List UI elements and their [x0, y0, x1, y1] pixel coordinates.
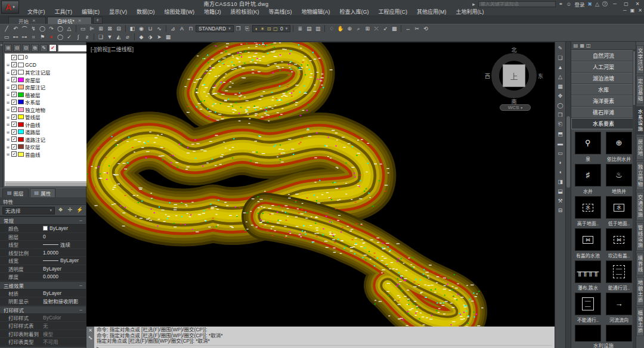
tool-icon[interactable]: ◯: [56, 25, 64, 33]
tool-icon[interactable]: ≣: [296, 25, 304, 33]
file-tab[interactable]: 开始✕: [8, 17, 46, 24]
side-tab-独立地物[interactable]: 独立地物: [636, 161, 644, 190]
tool-icon[interactable]: ◧: [128, 25, 137, 33]
tool-icon[interactable]: ⊠: [106, 25, 114, 33]
tool-icon[interactable]: ⊟: [114, 25, 123, 33]
side-tab-交通设施[interactable]: 交通设施: [636, 192, 644, 220]
category-海洋要素[interactable]: 海洋要素: [571, 95, 636, 107]
tool-icon[interactable]: ⊕: [345, 25, 354, 33]
side-tool-icon[interactable]: ❏: [556, 53, 565, 62]
side-tab-水系设施[interactable]: 水系设施: [636, 106, 644, 135]
layer-checkbox[interactable]: ✓: [11, 85, 17, 90]
property-row[interactable]: 材质ByLayer: [0, 290, 86, 298]
tool-icon[interactable]: ⌀: [123, 33, 132, 41]
menu-item-5[interactable]: 绘图处理(W): [160, 8, 200, 15]
layer-color-swatch[interactable]: [18, 152, 24, 157]
tool-icon[interactable]: ⌗: [29, 33, 38, 41]
layer-filter-icon[interactable]: ⊟: [13, 44, 21, 52]
alert-triangle-icon[interactable]: △: [595, 1, 599, 7]
layer-color-swatch[interactable]: [18, 144, 24, 149]
tool-icon[interactable]: ◆: [137, 33, 145, 41]
side-tool-icon[interactable]: ▦: [556, 82, 565, 91]
property-row[interactable]: 图层0: [0, 233, 86, 241]
property-value[interactable]: ByLayer: [43, 290, 86, 296]
view-detail-icon[interactable]: ◫: [586, 43, 591, 48]
property-value[interactable]: 1.0000: [43, 250, 86, 256]
layer-color-swatch[interactable]: [18, 100, 24, 104]
view-list-icon[interactable]: ▤: [574, 43, 578, 48]
tool-icon[interactable]: ╱: [2, 25, 11, 33]
collapse-icon[interactable]: –: [79, 282, 82, 288]
tool-icon[interactable]: ▩: [390, 25, 398, 33]
symbol-item[interactable]: ┄┄ ┄┄能通行沼..: [605, 260, 633, 291]
tool-icon[interactable]: ▦: [164, 33, 172, 41]
side-tab-文字注记[interactable]: 文字注记: [636, 45, 644, 74]
menu-item-8[interactable]: 等高线(S): [264, 8, 297, 15]
property-row[interactable]: 线宽ByLayer: [0, 257, 86, 265]
property-value[interactable]: ByLayer: [43, 257, 86, 263]
category-礁石岸滩[interactable]: 礁石岸滩: [571, 107, 636, 118]
viewcube-east[interactable]: 东: [538, 72, 543, 80]
property-row[interactable]: 打印表附着到模型: [0, 330, 86, 338]
tool-icon[interactable]: ⤫: [372, 25, 380, 33]
tool-icon[interactable]: ➤: [155, 33, 163, 41]
layer-color-swatch[interactable]: [18, 129, 24, 134]
side-tool-icon[interactable]: ✎: [556, 44, 565, 52]
close-tab-icon[interactable]: ✕: [32, 18, 36, 23]
side-tool-icon[interactable]: △: [556, 72, 565, 81]
tool-icon[interactable]: △: [65, 25, 73, 33]
property-value[interactable]: 0.0000: [43, 274, 86, 279]
panel-tab-属性[interactable]: ▤属性: [30, 188, 56, 198]
symbol-item[interactable]: ♨地热井: [605, 164, 633, 194]
symbol-tile[interactable]: ♯: [575, 164, 601, 187]
side-tab-定位基础[interactable]: 定位基础: [636, 76, 644, 104]
tool-icon[interactable]: ⟲: [422, 25, 430, 33]
binoculars-icon[interactable]: ⚭: [559, 1, 564, 7]
layer-copy-icon[interactable]: ⧉: [31, 44, 39, 52]
symbol-tile[interactable]: ⋈: [575, 228, 601, 251]
symbol-tile[interactable]: ┄┄ ┄┄: [606, 260, 632, 283]
tool-icon[interactable]: ⌕: [354, 25, 363, 33]
layer-checkbox[interactable]: ✓: [11, 100, 17, 105]
doc-restore-button[interactable]: ▣: [630, 8, 635, 13]
side-tab-境界线[interactable]: 境界线: [636, 253, 644, 276]
tool-icon[interactable]: ↷: [47, 25, 55, 33]
property-row[interactable]: 阴影显示投射和接收阴影: [0, 297, 86, 306]
toggle-pickadd-icon[interactable]: ❖: [57, 207, 64, 215]
side-tab-居民地[interactable]: 居民地: [636, 136, 644, 160]
tree-expand-icon[interactable]: ⊞: [6, 100, 10, 104]
layer-checkbox[interactable]: ✓: [11, 107, 17, 112]
tool-icon[interactable]: ▭: [79, 25, 87, 33]
menu-item-1[interactable]: 工具(T): [50, 8, 78, 15]
tool-icon[interactable]: ●: [47, 33, 55, 41]
layer-checkbox[interactable]: ✓: [11, 129, 17, 135]
command-history[interactable]: 命令: 指定对角点或 [栏选(F)/圈围(WP)/圈交(CP)]:命令: 指定对…: [94, 327, 555, 348]
menu-item-3[interactable]: 显示(V): [104, 8, 132, 15]
symbol-tile[interactable]: ┄┄ ┄┄: [575, 293, 601, 315]
tree-expand-icon[interactable]: ⊞: [6, 115, 10, 119]
property-value[interactable]: ByColor: [43, 315, 86, 321]
layer-checkbox[interactable]: ✓: [11, 136, 17, 142]
help-icon[interactable]: ?: [602, 1, 608, 7]
property-row[interactable]: 厚度0.0000: [0, 273, 86, 281]
symbol-tile[interactable]: ⋈: [606, 228, 632, 251]
symbol-tile[interactable]: ⊕: [606, 132, 632, 154]
symbol-item[interactable]: 水高于地面..: [574, 196, 602, 226]
symbol-item[interactable]: ♯水井: [574, 164, 602, 194]
tool-icon[interactable]: ⊓: [187, 25, 195, 33]
side-tool-icon[interactable]: ▬: [556, 139, 565, 148]
menu-item-11[interactable]: 工程应用(C): [374, 8, 413, 15]
collapse-icon[interactable]: –: [79, 218, 82, 223]
layer-color-swatch[interactable]: [18, 107, 24, 112]
side-tool-icon[interactable]: ⬒: [556, 129, 565, 138]
tool-icon[interactable]: ➶: [381, 25, 389, 33]
layer-edit-icon[interactable]: ✎: [40, 44, 48, 52]
side-tool-icon[interactable]: ⎗: [556, 120, 565, 129]
layer-color-swatch[interactable]: [18, 114, 24, 119]
user-icon[interactable]: ☺: [566, 1, 571, 7]
layer-checkbox[interactable]: ✓: [11, 70, 17, 75]
tool-icon[interactable]: ⊔: [146, 25, 154, 33]
tool-icon[interactable]: ▥: [314, 25, 322, 33]
side-tool-icon[interactable]: ✥: [556, 91, 565, 100]
tool-icon[interactable]: ◉: [137, 25, 145, 33]
